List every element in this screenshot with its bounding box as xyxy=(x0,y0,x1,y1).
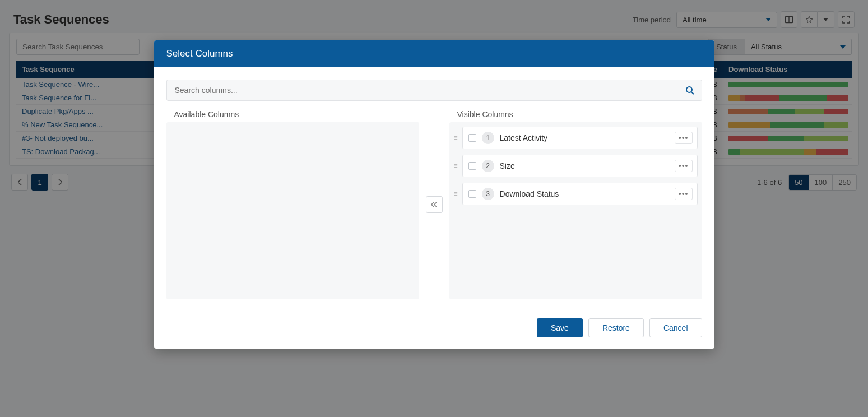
visible-column-item: ≡1Latest Activity••• xyxy=(454,127,698,149)
visible-column-item: ≡3Download Status••• xyxy=(454,183,698,205)
move-column xyxy=(426,196,443,213)
visible-columns-panel: Visible Columns ≡1Latest Activity•••≡2Si… xyxy=(449,110,702,299)
drag-handle-icon[interactable]: ≡ xyxy=(454,135,458,141)
column-more-button[interactable]: ••• xyxy=(675,132,693,144)
modal-footer: Save Restore Cancel xyxy=(154,312,714,349)
column-order-badge: 1 xyxy=(482,132,494,144)
available-columns-panel: Available Columns xyxy=(166,110,419,299)
double-chevron-left-icon xyxy=(431,202,438,207)
visible-columns-label: Visible Columns xyxy=(449,110,702,122)
column-label: Size xyxy=(500,161,669,170)
column-more-button[interactable]: ••• xyxy=(675,160,693,172)
column-checkbox[interactable] xyxy=(468,162,476,170)
column-order-badge: 3 xyxy=(482,188,494,200)
visible-column-card[interactable]: 2Size••• xyxy=(462,155,698,177)
visible-columns-box[interactable]: ≡1Latest Activity•••≡2Size•••≡3Download … xyxy=(449,122,702,299)
svg-line-3 xyxy=(691,92,694,94)
drag-handle-icon[interactable]: ≡ xyxy=(454,191,458,197)
search-icon[interactable] xyxy=(685,86,694,95)
visible-column-card[interactable]: 3Download Status••• xyxy=(462,183,698,205)
available-columns-label: Available Columns xyxy=(166,110,419,122)
drag-handle-icon[interactable]: ≡ xyxy=(454,163,458,169)
column-checkbox[interactable] xyxy=(468,134,476,142)
column-label: Download Status xyxy=(500,189,669,198)
visible-column-item: ≡2Size••• xyxy=(454,155,698,177)
column-label: Latest Activity xyxy=(500,133,669,142)
cancel-button[interactable]: Cancel xyxy=(649,318,702,337)
restore-button[interactable]: Restore xyxy=(588,318,644,337)
svg-point-2 xyxy=(686,87,692,92)
column-more-button[interactable]: ••• xyxy=(675,188,693,200)
visible-column-card[interactable]: 1Latest Activity••• xyxy=(462,127,698,149)
columns-layout: Available Columns Visible Columns ≡1Late… xyxy=(166,110,702,299)
column-checkbox[interactable] xyxy=(468,190,476,198)
select-columns-modal: Select Columns Available Columns Visible… xyxy=(154,40,714,349)
move-all-left-button[interactable] xyxy=(426,196,443,213)
modal-search-wrap xyxy=(166,80,702,101)
available-columns-box[interactable] xyxy=(166,122,419,299)
column-order-badge: 2 xyxy=(482,160,494,172)
modal-body: Available Columns Visible Columns ≡1Late… xyxy=(154,67,714,312)
save-button[interactable]: Save xyxy=(537,318,583,337)
modal-search-input[interactable] xyxy=(166,80,702,101)
modal-title: Select Columns xyxy=(154,40,714,67)
